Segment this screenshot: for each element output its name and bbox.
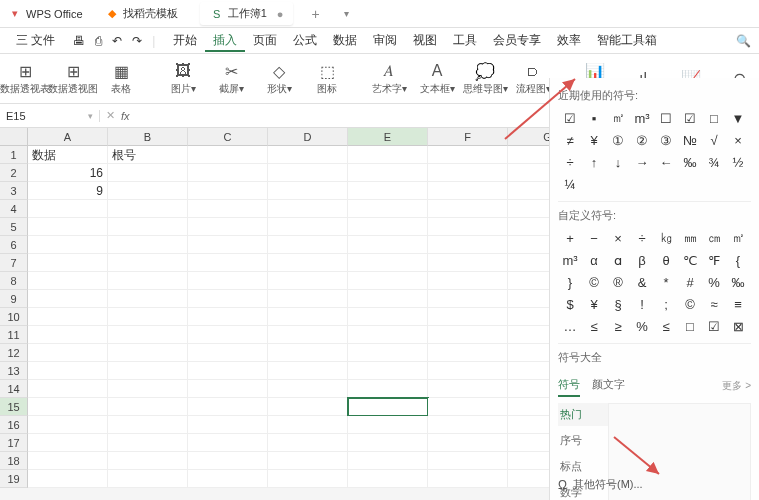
cell-D19[interactable] xyxy=(268,470,348,488)
cell-A12[interactable] xyxy=(28,344,108,362)
cell-D3[interactable] xyxy=(268,182,348,200)
symbol-item[interactable]: ‰ xyxy=(678,151,702,173)
cell-A6[interactable] xyxy=(28,236,108,254)
cell-D1[interactable] xyxy=(268,146,348,164)
cell-E17[interactable] xyxy=(348,434,428,452)
symbol-item[interactable]: β xyxy=(630,249,654,271)
menu-tab-5[interactable]: 审阅 xyxy=(365,30,405,50)
cell-B9[interactable] xyxy=(108,290,188,308)
cell-E7[interactable] xyxy=(348,254,428,272)
symbol-item[interactable]: § xyxy=(606,293,630,315)
cell-D2[interactable] xyxy=(268,164,348,182)
col-header-D[interactable]: D xyxy=(268,128,348,146)
cell-D15[interactable] xyxy=(268,398,348,416)
tab-workbook[interactable]: S 工作簿1 ● xyxy=(200,2,294,25)
symbol-item[interactable]: ¾ xyxy=(702,151,726,173)
cell-F14[interactable] xyxy=(428,380,508,398)
cell-F11[interactable] xyxy=(428,326,508,344)
cell-C12[interactable] xyxy=(188,344,268,362)
symbol-item[interactable]: % xyxy=(702,271,726,293)
symbol-item[interactable]: ↓ xyxy=(606,151,630,173)
row-header-3[interactable]: 3 xyxy=(0,182,28,200)
cell-E10[interactable] xyxy=(348,308,428,326)
cell-A8[interactable] xyxy=(28,272,108,290)
cell-E16[interactable] xyxy=(348,416,428,434)
cell-D10[interactable] xyxy=(268,308,348,326)
row-header-1[interactable]: 1 xyxy=(0,146,28,164)
cell-F3[interactable] xyxy=(428,182,508,200)
symbol-item[interactable]: ☑ xyxy=(702,315,726,337)
cell-C18[interactable] xyxy=(188,452,268,470)
cell-C1[interactable] xyxy=(188,146,268,164)
cell-A16[interactable] xyxy=(28,416,108,434)
cell-A10[interactable] xyxy=(28,308,108,326)
cell-C7[interactable] xyxy=(188,254,268,272)
ribbon-button-5[interactable]: ✂截屏▾ xyxy=(214,61,248,96)
select-all-corner[interactable] xyxy=(0,128,28,146)
cell-D16[interactable] xyxy=(268,416,348,434)
col-header-E[interactable]: E xyxy=(348,128,428,146)
symbol-item[interactable]: ☑ xyxy=(558,107,582,129)
menu-tab-10[interactable]: 智能工具箱 xyxy=(589,30,665,50)
symbol-item[interactable]: & xyxy=(630,271,654,293)
ribbon-button-7[interactable]: ⬚图标 xyxy=(310,61,344,96)
row-header-5[interactable]: 5 xyxy=(0,218,28,236)
ribbon-button-1[interactable]: ⊞数据透视图 xyxy=(56,61,90,96)
col-header-C[interactable]: C xyxy=(188,128,268,146)
cell-A3[interactable]: 9 xyxy=(28,182,108,200)
cell-B2[interactable] xyxy=(108,164,188,182)
cell-F9[interactable] xyxy=(428,290,508,308)
symbol-item[interactable]: ≠ xyxy=(558,129,582,151)
cell-B17[interactable] xyxy=(108,434,188,452)
symbol-item[interactable]: □ xyxy=(678,315,702,337)
add-tab-button[interactable]: + xyxy=(305,6,325,22)
symbol-item[interactable]: ≡ xyxy=(726,293,750,315)
cell-E4[interactable] xyxy=(348,200,428,218)
cell-F10[interactable] xyxy=(428,308,508,326)
file-menu[interactable]: 三 文件 xyxy=(8,29,63,52)
cell-B12[interactable] xyxy=(108,344,188,362)
symbol-item[interactable]: ÷ xyxy=(558,151,582,173)
cell-F5[interactable] xyxy=(428,218,508,236)
tab-menu-button[interactable]: ▾ xyxy=(338,8,355,19)
menu-tab-0[interactable]: 开始 xyxy=(165,30,205,50)
row-header-17[interactable]: 17 xyxy=(0,434,28,452)
symbol-item[interactable]: ▪ xyxy=(582,107,606,129)
menu-tab-4[interactable]: 数据 xyxy=(325,30,365,50)
symbol-item[interactable]: + xyxy=(558,227,582,249)
symbol-item[interactable]: ㎏ xyxy=(654,227,678,249)
cell-E11[interactable] xyxy=(348,326,428,344)
fx-icon[interactable]: fx xyxy=(121,110,130,122)
symbol-item[interactable]: ÷ xyxy=(630,227,654,249)
cell-F4[interactable] xyxy=(428,200,508,218)
cell-F15[interactable] xyxy=(428,398,508,416)
cell-E5[interactable] xyxy=(348,218,428,236)
symbol-item[interactable]: ¼ xyxy=(558,173,582,195)
menu-tab-1[interactable]: 插入 xyxy=(205,30,245,52)
cell-D14[interactable] xyxy=(268,380,348,398)
symbol-item[interactable]: ≈ xyxy=(702,293,726,315)
col-header-B[interactable]: B xyxy=(108,128,188,146)
cell-B7[interactable] xyxy=(108,254,188,272)
symbol-item[interactable]: # xyxy=(678,271,702,293)
tab-template[interactable]: ◆ 找稻壳模板 xyxy=(95,2,188,25)
symbol-item[interactable]: © xyxy=(678,293,702,315)
symbol-item[interactable]: * xyxy=(654,271,678,293)
toolbar-icon[interactable]: ↷ xyxy=(132,34,142,48)
category-1[interactable]: 序号 xyxy=(558,429,608,452)
cell-F8[interactable] xyxy=(428,272,508,290)
menu-tab-8[interactable]: 会员专享 xyxy=(485,30,549,50)
symbol-item[interactable]: № xyxy=(678,129,702,151)
menu-tab-3[interactable]: 公式 xyxy=(285,30,325,50)
symbol-item[interactable]: … xyxy=(558,315,582,337)
menu-tab-7[interactable]: 工具 xyxy=(445,30,485,50)
cell-E9[interactable] xyxy=(348,290,428,308)
symbol-item[interactable]: ɑ xyxy=(606,249,630,271)
row-header-16[interactable]: 16 xyxy=(0,416,28,434)
cell-C14[interactable] xyxy=(188,380,268,398)
row-header-11[interactable]: 11 xyxy=(0,326,28,344)
cell-E19[interactable] xyxy=(348,470,428,488)
row-header-8[interactable]: 8 xyxy=(0,272,28,290)
ribbon-button-10[interactable]: A文本框▾ xyxy=(420,61,454,96)
category-0[interactable]: 热门 xyxy=(558,403,608,426)
